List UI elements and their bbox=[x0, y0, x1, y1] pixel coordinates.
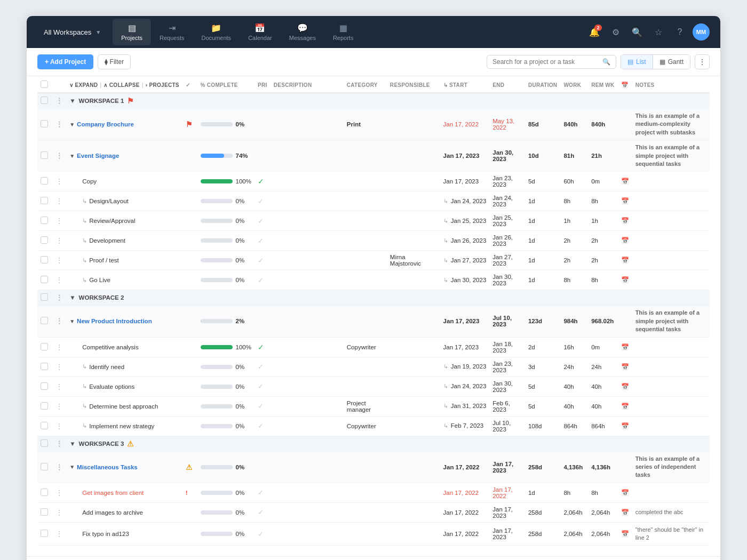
calendar-icon[interactable]: 📅 bbox=[621, 530, 629, 538]
nav-item-projects[interactable]: ▤ Projects bbox=[113, 19, 151, 45]
calendar-icon[interactable]: 📅 bbox=[621, 343, 629, 351]
calendar-icon[interactable]: 📅 bbox=[621, 257, 629, 264]
nav-item-calendar[interactable]: 📅 Calendar bbox=[240, 19, 281, 45]
row-checkbox[interactable] bbox=[41, 276, 48, 283]
row-checkbox[interactable] bbox=[41, 402, 48, 410]
workspace-expand[interactable]: ▼ bbox=[69, 294, 75, 301]
settings-button[interactable]: ⚙ bbox=[607, 23, 624, 41]
drag-handle[interactable]: ⋮ bbox=[55, 97, 63, 105]
row-checkbox[interactable] bbox=[41, 508, 48, 516]
nav-item-documents[interactable]: 📁 Documents bbox=[193, 19, 240, 45]
row-checkbox[interactable] bbox=[41, 120, 48, 127]
workspace-name: WORKSPACE 1 bbox=[79, 98, 124, 104]
filter-button[interactable]: ⧫ Filter bbox=[98, 54, 131, 69]
row-checkbox[interactable] bbox=[41, 177, 48, 185]
drag-handle[interactable]: ⋮ bbox=[55, 422, 63, 430]
drag-handle[interactable]: ⋮ bbox=[55, 343, 63, 351]
calendar-icon[interactable]: 📅 bbox=[621, 363, 629, 371]
drag-handle[interactable]: ⋮ bbox=[55, 217, 63, 225]
select-all-checkbox[interactable] bbox=[41, 81, 48, 88]
drag-handle[interactable]: ⋮ bbox=[55, 293, 63, 302]
remwk: 0m bbox=[591, 178, 600, 185]
row-checkbox[interactable] bbox=[41, 343, 48, 350]
workspace-selector[interactable]: All Workspaces ▼ bbox=[37, 24, 107, 41]
date-sub-arrow: ↳ bbox=[443, 422, 448, 429]
row-checkbox[interactable] bbox=[41, 463, 48, 470]
calendar-icon[interactable]: 📅 bbox=[621, 217, 629, 225]
progress-wrap: 2% bbox=[201, 318, 251, 324]
drag-handle[interactable]: ⋮ bbox=[55, 463, 63, 471]
drag-handle[interactable]: ⋮ bbox=[55, 120, 63, 129]
calendar-icon[interactable]: 📅 bbox=[621, 509, 629, 516]
calendar-icon[interactable]: 📅 bbox=[621, 422, 629, 430]
drag-handle[interactable]: ⋮ bbox=[55, 382, 63, 391]
progress-fill bbox=[201, 179, 233, 183]
remwk: 2,064h bbox=[591, 509, 610, 516]
notifications-button[interactable]: 🔔 2 bbox=[586, 23, 603, 41]
project-expand[interactable]: ▼ New Product Introduction bbox=[69, 318, 179, 324]
drag-handle[interactable]: ⋮ bbox=[55, 197, 63, 205]
drag-handle[interactable]: ⋮ bbox=[55, 489, 63, 497]
drag-handle[interactable]: ⋮ bbox=[55, 402, 63, 411]
row-checkbox[interactable] bbox=[41, 363, 48, 370]
drag-handle[interactable]: ⋮ bbox=[55, 508, 63, 517]
row-checkbox[interactable] bbox=[41, 151, 48, 159]
row-checkbox[interactable] bbox=[41, 197, 48, 204]
drag-handle[interactable]: ⋮ bbox=[55, 439, 63, 448]
calendar-icon[interactable]: 📅 bbox=[621, 489, 629, 497]
add-project-button[interactable]: + Add Project bbox=[37, 54, 93, 69]
project-expand[interactable]: ▼ Event Signage bbox=[69, 153, 179, 159]
work: 8h bbox=[563, 277, 570, 283]
row-checkbox[interactable] bbox=[41, 489, 48, 496]
row-checkbox[interactable] bbox=[41, 97, 48, 104]
progress-bar bbox=[201, 404, 233, 409]
row-checkbox[interactable] bbox=[41, 236, 48, 244]
drag-handle[interactable]: ⋮ bbox=[55, 363, 63, 371]
calendar-icon[interactable]: 📅 bbox=[621, 403, 629, 410]
task-name: Copy bbox=[82, 178, 97, 185]
workspace-expand[interactable]: ▼ bbox=[69, 98, 75, 104]
star-button[interactable]: ☆ bbox=[650, 23, 667, 41]
row-checkbox[interactable] bbox=[41, 422, 48, 429]
search-button[interactable]: 🔍 bbox=[629, 23, 646, 41]
drag-handle[interactable]: ⋮ bbox=[55, 276, 63, 284]
nav-item-reports[interactable]: ▦ Reports bbox=[324, 19, 362, 45]
remwk: 1h bbox=[591, 218, 598, 224]
more-options-button[interactable]: ⋮ bbox=[695, 54, 710, 69]
progress-pct: 0% bbox=[236, 218, 245, 224]
sub-arrow: ↳ bbox=[82, 257, 87, 264]
gantt-view-button[interactable]: ▦ Gantt bbox=[653, 55, 690, 69]
calendar-icon[interactable]: 📅 bbox=[621, 276, 629, 284]
nav-item-requests[interactable]: ⇥ Requests bbox=[151, 19, 193, 45]
work: 60h bbox=[563, 178, 574, 185]
row-checkbox[interactable] bbox=[41, 530, 48, 537]
table-row: ⋮ ↳ Review/Approval 0% ✓ bbox=[37, 211, 710, 231]
drag-handle[interactable]: ⋮ bbox=[55, 151, 63, 160]
drag-handle[interactable]: ⋮ bbox=[55, 236, 63, 245]
row-checkbox[interactable] bbox=[41, 256, 48, 263]
project-expand[interactable]: ▼ Miscellaneous Tasks bbox=[69, 464, 179, 470]
workspace-expand[interactable]: ▼ bbox=[69, 441, 75, 447]
project-expand[interactable]: ▼ Company Brochure bbox=[69, 121, 179, 127]
progress-fill bbox=[201, 154, 224, 158]
calendar-icon[interactable]: 📅 bbox=[621, 237, 629, 244]
row-checkbox[interactable] bbox=[41, 439, 48, 447]
sub-arrow: ↳ bbox=[82, 218, 87, 225]
avatar[interactable]: MM bbox=[693, 23, 710, 41]
row-checkbox[interactable] bbox=[41, 317, 48, 324]
row-checkbox[interactable] bbox=[41, 382, 48, 390]
drag-handle[interactable]: ⋮ bbox=[55, 317, 63, 325]
drag-handle[interactable]: ⋮ bbox=[55, 530, 63, 538]
calendar-icon[interactable]: 📅 bbox=[621, 197, 629, 205]
search-input[interactable] bbox=[492, 58, 599, 66]
row-checkbox[interactable] bbox=[41, 217, 48, 224]
drag-handle[interactable]: ⋮ bbox=[55, 177, 63, 186]
list-view-button[interactable]: ▤ List bbox=[621, 55, 653, 69]
date-sub-arrow: ↳ bbox=[443, 277, 448, 283]
drag-handle[interactable]: ⋮ bbox=[55, 256, 63, 265]
nav-item-messages[interactable]: 💬 Messages bbox=[281, 19, 324, 45]
help-button[interactable]: ? bbox=[671, 23, 688, 41]
calendar-icon[interactable]: 📅 bbox=[621, 383, 629, 390]
calendar-icon[interactable]: 📅 bbox=[621, 178, 629, 185]
row-checkbox[interactable] bbox=[41, 293, 48, 301]
